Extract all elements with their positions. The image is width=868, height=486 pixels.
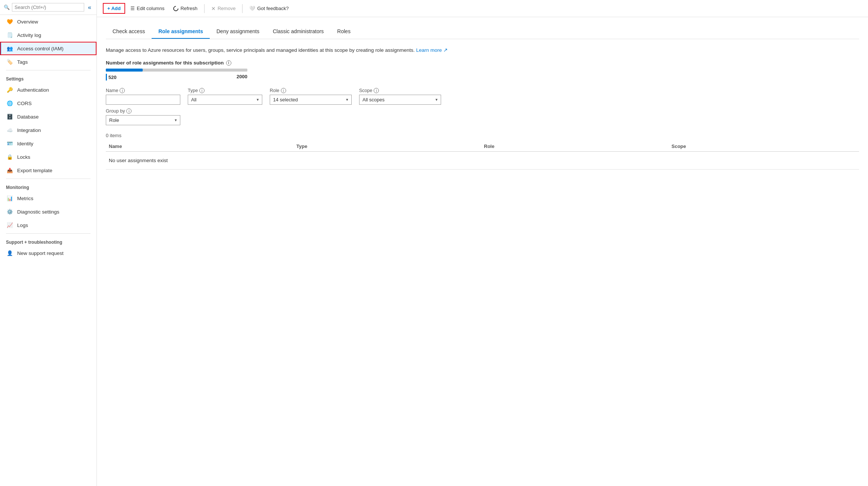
sidebar-item-label: New support request — [17, 250, 64, 256]
filter-role: Role i 14 selected ▾ — [270, 88, 352, 105]
table-header: Name Type Role Scope — [106, 141, 859, 152]
count-info-icon: i — [226, 60, 231, 66]
sidebar-item-activity-log[interactable]: 🗒️ Activity log — [0, 28, 96, 42]
count-section: Number of role assignments for this subs… — [106, 60, 859, 81]
tab-role-assignments[interactable]: Role assignments — [152, 25, 210, 39]
sidebar-item-diagnostic-settings[interactable]: ⚙️ Diagnostic settings — [0, 205, 96, 218]
sidebar-item-label: Overview — [17, 19, 38, 25]
role-info-icon: i — [281, 88, 286, 93]
id-icon: 🪪 — [6, 140, 13, 147]
filters: Name i Type i All ▾ Role i — [106, 88, 859, 105]
tab-deny-assignments[interactable]: Deny assignments — [210, 25, 266, 39]
sidebar-item-label: Access control (IAM) — [17, 46, 64, 51]
section-label-settings: Settings — [0, 72, 96, 83]
toolbar: + Add ☰ Edit columns Refresh ✕ Remove 🤍 … — [97, 0, 868, 17]
current-count: 520 — [108, 75, 117, 80]
sidebar-item-label: Identity — [17, 141, 34, 146]
name-info-icon: i — [120, 88, 125, 93]
count-label: Number of role assignments for this subs… — [106, 60, 859, 66]
filter-type-label: Type i — [188, 88, 262, 93]
group-by-chevron-icon: ▾ — [175, 118, 177, 123]
filter-type: Type i All ▾ — [188, 88, 262, 105]
learn-more-link[interactable]: Learn more ↗ — [416, 47, 448, 53]
tab-roles[interactable]: Roles — [330, 25, 357, 39]
db-icon: 🗄️ — [6, 113, 13, 120]
role-filter-select[interactable]: 14 selected ▾ — [270, 95, 352, 105]
feedback-button[interactable]: 🤍 Got feedback? — [245, 4, 292, 13]
sidebar-item-metrics[interactable]: 📊 Metrics — [0, 192, 96, 205]
sidebar-item-locks[interactable]: 🔒 Locks — [0, 150, 96, 164]
group-by-info-icon: i — [126, 108, 132, 114]
description-text: Manage access to Azure resources for use… — [106, 47, 859, 54]
sidebar-item-logs[interactable]: 📈 Logs — [0, 218, 96, 232]
type-filter-value: All — [191, 97, 196, 102]
remove-button[interactable]: ✕ Remove — [208, 4, 239, 13]
progress-numbers: 520 2000 — [106, 74, 247, 81]
sidebar-item-label: Metrics — [17, 196, 34, 201]
sidebar-item-label: Activity log — [17, 32, 41, 38]
progress-bar — [106, 69, 247, 72]
max-count: 2000 — [237, 74, 247, 81]
sidebar-item-authentication[interactable]: 🔑 Authentication — [0, 83, 96, 97]
key-icon: 🔑 — [6, 86, 13, 94]
sidebar-item-label: CORS — [17, 101, 32, 106]
type-filter-select[interactable]: All ▾ — [188, 95, 262, 105]
sidebar: 🔍 « 🧡 Overview 🗒️ Activity log 👥 Access … — [0, 0, 97, 486]
sidebar-item-identity[interactable]: 🪪 Identity — [0, 137, 96, 150]
search-input[interactable] — [12, 3, 84, 12]
main-content: + Add ☰ Edit columns Refresh ✕ Remove 🤍 … — [97, 0, 868, 486]
tag-icon: 🏷️ — [6, 58, 13, 66]
content-area: Check access Role assignments Deny assig… — [97, 17, 868, 486]
table-empty-message: No user assignments exist — [106, 152, 859, 170]
refresh-label: Refresh — [180, 6, 197, 11]
scope-chevron-icon: ▾ — [435, 97, 438, 102]
collapse-sidebar-button[interactable]: « — [86, 3, 93, 12]
name-filter-input[interactable] — [106, 95, 180, 105]
filter-scope-label: Scope i — [359, 88, 441, 93]
support-icon: 👤 — [6, 249, 13, 257]
col-header-role: Role — [484, 143, 672, 149]
tab-check-access[interactable]: Check access — [106, 25, 152, 39]
sidebar-item-cors[interactable]: 🌐 CORS — [0, 97, 96, 110]
heart-icon: 🧡 — [6, 18, 13, 25]
metrics-icon: 📊 — [6, 195, 13, 202]
doc-icon: 🗒️ — [6, 31, 13, 39]
sidebar-item-tags[interactable]: 🏷️ Tags — [0, 55, 96, 69]
sidebar-item-label: Logs — [17, 223, 28, 228]
feedback-label: Got feedback? — [257, 6, 289, 11]
export-icon: 📤 — [6, 167, 13, 174]
group-by-select[interactable]: Role ▾ — [106, 115, 180, 125]
group-by-label: Group by i — [106, 108, 180, 114]
search-icon: 🔍 — [4, 4, 10, 10]
sidebar-item-access-control[interactable]: 👥 Access control (IAM) — [0, 42, 96, 55]
add-button[interactable]: + Add — [103, 3, 125, 14]
filter-group-by: Group by i Role ▾ — [106, 108, 180, 125]
section-label-support: Support + troubleshooting — [0, 235, 96, 246]
sidebar-item-label: Tags — [17, 59, 28, 65]
tab-classic-administrators[interactable]: Classic administrators — [266, 25, 330, 39]
scope-filter-value: All scopes — [362, 97, 384, 102]
edit-columns-icon: ☰ — [130, 6, 135, 11]
items-count: 0 items — [106, 133, 859, 138]
sidebar-item-overview[interactable]: 🧡 Overview — [0, 15, 96, 28]
refresh-button[interactable]: Refresh — [170, 4, 201, 13]
edit-columns-button[interactable]: ☰ Edit columns — [127, 4, 168, 13]
progress-bar-fill — [106, 69, 143, 72]
sidebar-item-label: Database — [17, 114, 39, 120]
remove-icon: ✕ — [211, 6, 216, 12]
sidebar-item-label: Authentication — [17, 87, 49, 93]
globe-icon: 🌐 — [6, 100, 13, 107]
current-marker — [106, 74, 107, 81]
sidebar-item-label: Export template — [17, 168, 53, 173]
diag-icon: ⚙️ — [6, 208, 13, 215]
lock-icon: 🔒 — [6, 153, 13, 161]
sidebar-item-new-support-request[interactable]: 👤 New support request — [0, 246, 96, 260]
filter-name: Name i — [106, 88, 180, 105]
sidebar-item-export-template[interactable]: 📤 Export template — [0, 164, 96, 177]
sidebar-item-integration[interactable]: ☁️ Integration — [0, 123, 96, 137]
sidebar-item-database[interactable]: 🗄️ Database — [0, 110, 96, 123]
filter-role-label: Role i — [270, 88, 352, 93]
role-chevron-icon: ▾ — [346, 97, 348, 102]
col-header-name: Name — [106, 143, 297, 149]
scope-filter-select[interactable]: All scopes ▾ — [359, 95, 441, 105]
